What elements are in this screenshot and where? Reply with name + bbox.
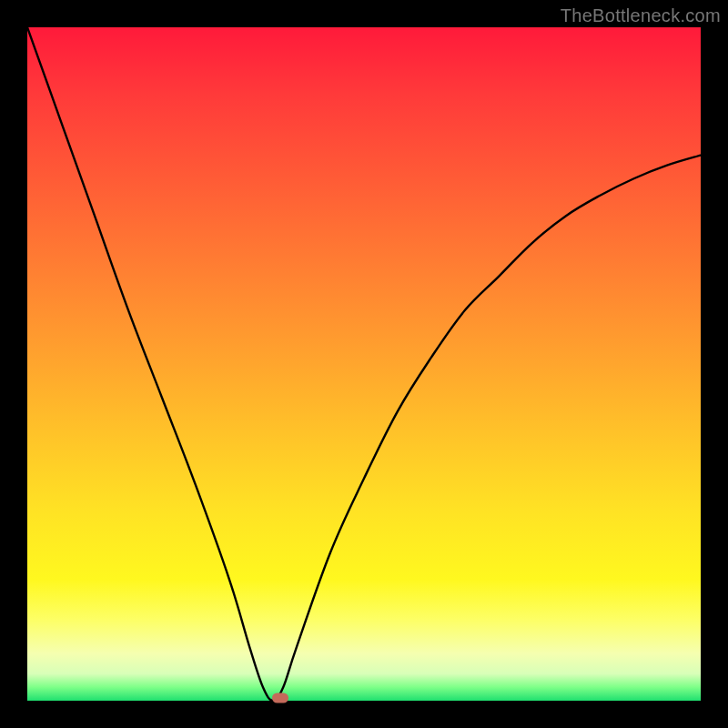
chart-svg (27, 27, 701, 701)
watermark-text: TheBottleneck.com (561, 5, 721, 26)
minimum-marker (272, 693, 288, 703)
chart-plot-area (27, 27, 701, 701)
bottleneck-curve (27, 27, 701, 701)
